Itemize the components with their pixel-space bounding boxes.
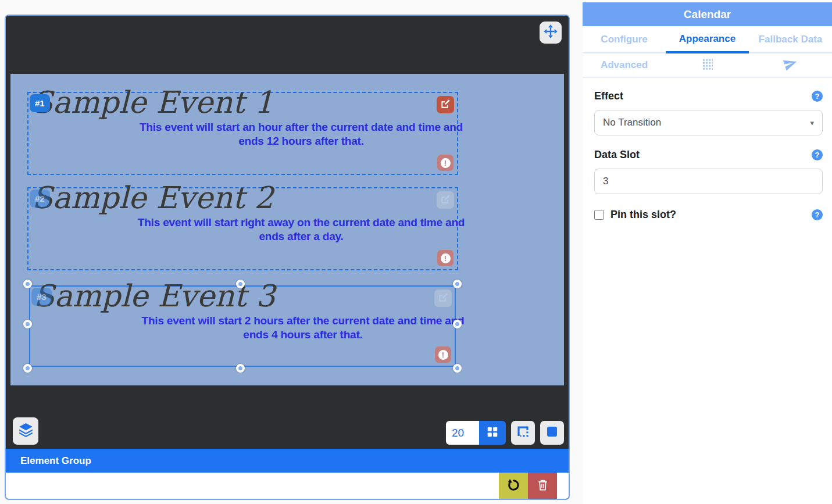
element-group-bar: Element Group xyxy=(6,449,569,473)
undo-arrow-icon xyxy=(506,478,521,494)
event-widget-3-selected[interactable]: #3 Sample Event 3 This event will start … xyxy=(29,285,456,367)
element-number-badge: #1 xyxy=(30,94,50,112)
event-description: This event will start 2 hours after the … xyxy=(137,314,469,342)
exclamation-circle-icon: ! xyxy=(441,253,451,263)
pin-slot-checkbox[interactable] xyxy=(594,210,604,220)
element-group-actions xyxy=(6,473,569,499)
event-title: Sample Event 1 xyxy=(32,85,457,119)
event-description: This event will start an hour after the … xyxy=(135,120,467,148)
tab-configure[interactable]: Configure xyxy=(583,26,666,52)
move-canvas-button[interactable] xyxy=(540,22,562,44)
data-slot-help-icon[interactable]: ? xyxy=(812,149,823,160)
grid-cells-icon xyxy=(486,426,499,440)
effect-selected-value: No Transition xyxy=(603,117,661,128)
settings-tabs: Configure Appearance Fallback Data xyxy=(583,26,832,53)
event-widget-1[interactable]: #1 Sample Event 1 This event will start … xyxy=(27,92,458,175)
grid-tools xyxy=(446,421,564,445)
exclamation-circle-icon: ! xyxy=(438,350,448,360)
effect-label: Effect xyxy=(594,90,623,102)
warning-button[interactable]: ! xyxy=(437,250,454,266)
element-group-label: Element Group xyxy=(20,455,91,467)
pin-slot-help-icon[interactable]: ? xyxy=(812,209,823,220)
resize-handle-mid-right[interactable] xyxy=(453,320,462,328)
layers-button[interactable] xyxy=(13,417,38,445)
data-slot-input[interactable] xyxy=(594,169,823,194)
toggle-grid-button[interactable] xyxy=(479,421,506,445)
resize-handle-bottom-left[interactable] xyxy=(23,364,32,373)
layers-icon xyxy=(18,422,34,440)
filled-square-icon xyxy=(546,426,558,440)
resize-handle-top-center[interactable] xyxy=(236,280,245,288)
grid-size-input[interactable] xyxy=(446,421,479,445)
settings-subtabs: Advanced xyxy=(583,53,832,78)
delete-group-button[interactable] xyxy=(528,473,557,499)
publish-tab[interactable] xyxy=(749,53,832,77)
resize-handle-top-right[interactable] xyxy=(453,280,462,288)
effect-select[interactable]: No Transition ▾ xyxy=(594,110,823,135)
undo-button[interactable] xyxy=(499,473,528,499)
data-slot-label-row: Data Slot ? xyxy=(594,149,823,161)
tab-advanced[interactable]: Advanced xyxy=(583,53,666,77)
snap-bounds-button[interactable] xyxy=(511,421,535,445)
widget-panel-header: Calendar xyxy=(583,2,832,26)
warning-button[interactable]: ! xyxy=(435,346,451,363)
event-description: This event will start right away on the … xyxy=(135,216,467,244)
data-slot-label: Data Slot xyxy=(594,149,640,161)
resize-handle-top-left[interactable] xyxy=(23,280,32,288)
selection-overlay: #1 Sample Event 1 This event will start … xyxy=(10,74,564,385)
element-number-badge: #3 xyxy=(31,288,52,306)
chevron-down-icon: ▾ xyxy=(810,119,814,127)
tab-appearance[interactable]: Appearance xyxy=(666,26,749,53)
trash-icon xyxy=(537,479,548,493)
pin-slot-row: Pin this slot? ? xyxy=(594,209,823,221)
arrows-move-icon xyxy=(543,24,558,41)
resize-handle-bottom-right[interactable] xyxy=(453,364,462,373)
pin-slot-label: Pin this slot? xyxy=(610,209,676,221)
effect-help-icon[interactable]: ? xyxy=(812,91,823,102)
canvas-editor-panel: #1 Sample Event 1 This event will start … xyxy=(5,15,570,500)
dotted-grid-icon xyxy=(701,58,714,73)
event-title: Sample Event 2 xyxy=(32,181,457,215)
element-number-badge: #2 xyxy=(30,190,50,208)
border-style-icon xyxy=(516,425,530,441)
resize-handle-bottom-center[interactable] xyxy=(236,364,245,373)
warning-button[interactable]: ! xyxy=(437,155,454,171)
event-widget-2[interactable]: #2 Sample Event 2 This event will start … xyxy=(27,187,458,270)
canvas-toolbar xyxy=(13,417,564,445)
widget-title: Calendar xyxy=(684,8,731,21)
appearance-settings: Effect ? No Transition ▾ Data Slot ? Pin… xyxy=(583,78,832,221)
tab-fallback-data[interactable]: Fallback Data xyxy=(749,26,832,52)
grid-size-group xyxy=(446,421,506,445)
exclamation-circle-icon: ! xyxy=(441,158,451,168)
effect-label-row: Effect ? xyxy=(594,90,823,102)
design-canvas[interactable]: #1 Sample Event 1 This event will start … xyxy=(6,16,569,449)
resize-handle-mid-left[interactable] xyxy=(23,320,32,328)
widget-settings-panel: Calendar Configure Appearance Fallback D… xyxy=(583,0,832,504)
dotted-grid-tab[interactable] xyxy=(666,53,749,77)
fill-background-button[interactable] xyxy=(540,421,564,445)
paper-plane-icon xyxy=(783,56,798,74)
